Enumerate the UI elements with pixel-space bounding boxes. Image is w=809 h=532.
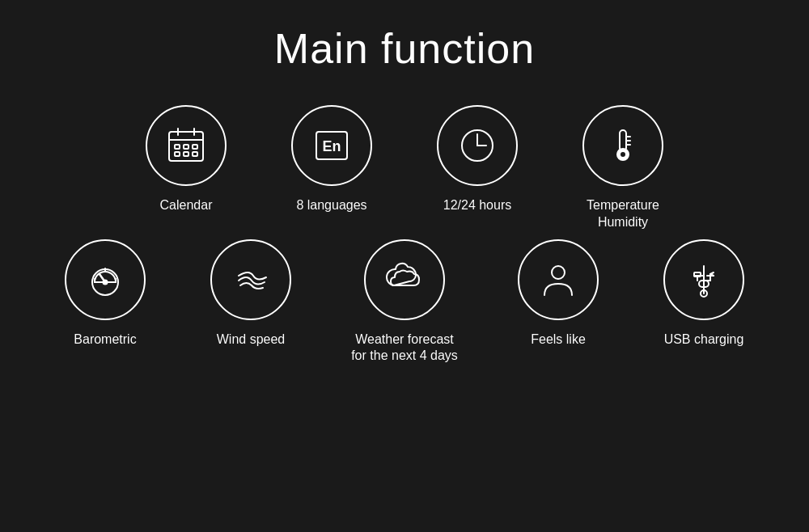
svg-point-17 — [620, 151, 626, 158]
person-icon-circle — [518, 239, 599, 320]
usb-label: USB charging — [664, 331, 744, 348]
svg-point-27 — [104, 280, 108, 284]
barometric-icon — [83, 258, 127, 302]
feature-temperature: Temperature Humidity — [550, 105, 696, 231]
features-row-1: Calendar En 8 languages 12/24 hours — [113, 105, 696, 231]
feels-label: Feels like — [531, 331, 586, 348]
feature-weather: Weather forecast for the next 4 days — [324, 239, 485, 365]
feature-languages: En 8 languages — [259, 105, 404, 231]
language-icon: En — [310, 124, 354, 167]
usb-icon-circle — [663, 239, 744, 320]
clock-icon — [455, 124, 499, 167]
cloud-icon-circle — [364, 239, 445, 320]
feature-hours: 12/24 hours — [404, 105, 550, 231]
svg-rect-5 — [184, 145, 188, 149]
barometric-icon-circle — [65, 239, 146, 320]
thermometer-icon — [601, 124, 645, 167]
weather-label: Weather forecast for the next 4 days — [351, 331, 458, 365]
calendar-icon-circle — [146, 105, 227, 186]
cloud-icon — [383, 258, 426, 302]
language-icon-circle: En — [291, 105, 372, 186]
wind-icon-circle — [210, 239, 291, 320]
svg-text:En: En — [322, 138, 341, 154]
svg-rect-9 — [193, 152, 197, 156]
thermometer-icon-circle — [582, 105, 663, 186]
svg-rect-8 — [184, 152, 188, 156]
wind-icon — [229, 258, 273, 302]
wind-label: Wind speed — [217, 331, 286, 348]
temperature-label: Temperature Humidity — [587, 197, 659, 231]
svg-rect-39 — [694, 272, 701, 277]
features-row-2: Barometric Wind speed Weather forecast f… — [32, 239, 777, 365]
svg-rect-6 — [193, 145, 197, 149]
feature-calendar: Calendar — [113, 105, 259, 231]
usb-icon — [682, 258, 726, 302]
person-icon — [536, 258, 580, 302]
feature-barometric: Barometric — [32, 239, 178, 365]
svg-rect-4 — [175, 145, 180, 149]
feature-feels: Feels like — [485, 239, 631, 365]
calendar-icon — [164, 124, 208, 167]
svg-rect-7 — [175, 152, 180, 156]
hours-label: 12/24 hours — [443, 197, 512, 214]
svg-point-28 — [552, 266, 565, 279]
barometric-label: Barometric — [74, 331, 136, 348]
feature-usb: USB charging — [631, 239, 777, 365]
calendar-label: Calendar — [160, 197, 213, 214]
features-grid: Calendar En 8 languages 12/24 hours — [0, 105, 809, 365]
feature-wind: Wind speed — [178, 239, 324, 365]
clock-icon-circle — [437, 105, 518, 186]
page-title: Main function — [274, 24, 535, 73]
languages-label: 8 languages — [296, 197, 366, 214]
